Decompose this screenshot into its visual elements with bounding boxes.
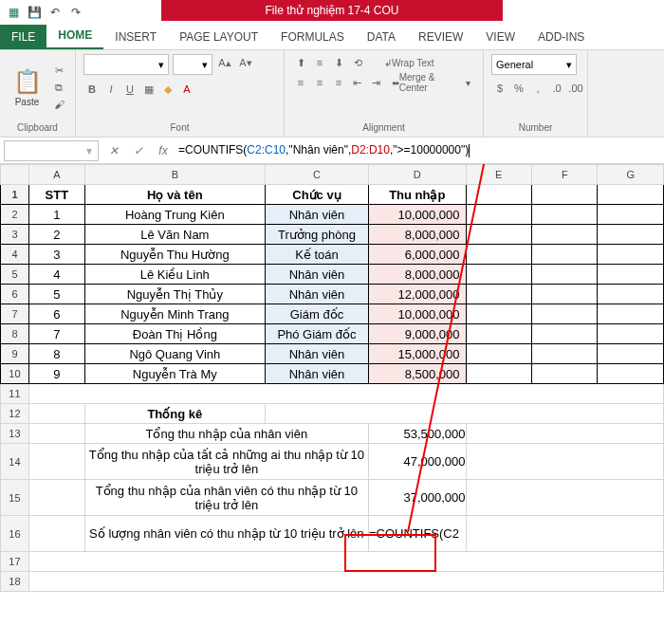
clipboard-icon: 📋 <box>13 68 42 95</box>
tab-insert[interactable]: INSERT <box>103 25 168 49</box>
cut-icon[interactable]: ✂ <box>50 62 67 79</box>
underline-icon[interactable]: U <box>121 81 138 98</box>
font-size-select[interactable]: ▾ <box>173 54 212 75</box>
svg-line-0 <box>408 164 512 532</box>
orientation-icon[interactable]: ⟲ <box>349 54 366 71</box>
enter-formula-icon[interactable]: ✓ <box>129 141 148 160</box>
format-painter-icon[interactable]: 🖌 <box>50 96 67 113</box>
tab-pagelayout[interactable]: PAGE LAYOUT <box>168 25 269 49</box>
tab-data[interactable]: DATA <box>356 25 407 49</box>
dec-decimal-icon[interactable]: .00 <box>567 80 584 97</box>
font-group-label: Font <box>83 120 276 133</box>
tab-view[interactable]: VIEW <box>474 25 526 49</box>
formula-bar-row: ▾ ✕ ✓ fx =COUNTIFS(C2:C10,"Nhân viên",D2… <box>0 138 664 164</box>
align-middle-icon[interactable]: ≡ <box>311 54 328 71</box>
font-color-icon[interactable]: A <box>178 81 195 98</box>
align-right-icon[interactable]: ≡ <box>330 74 347 91</box>
window-title: File thử nghiệm 17-4 COU <box>161 0 503 21</box>
align-left-icon[interactable]: ≡ <box>292 74 309 91</box>
grow-font-icon[interactable]: A▴ <box>216 54 233 71</box>
comma-icon[interactable]: , <box>529 80 546 97</box>
inc-decimal-icon[interactable]: .0 <box>548 80 565 97</box>
name-box[interactable]: ▾ <box>4 140 99 161</box>
tab-formulas[interactable]: FORMULAS <box>269 25 356 49</box>
tab-review[interactable]: REVIEW <box>407 25 474 49</box>
redo-icon[interactable]: ↷ <box>67 4 84 21</box>
fill-color-icon[interactable]: ◆ <box>159 81 176 98</box>
number-format-select[interactable]: General▾ <box>491 54 577 75</box>
tab-file[interactable]: FILE <box>0 25 46 49</box>
align-top-icon[interactable]: ⬆ <box>292 54 309 71</box>
fx-icon[interactable]: fx <box>154 141 173 160</box>
copy-icon[interactable]: ⧉ <box>50 79 67 96</box>
undo-icon[interactable]: ↶ <box>46 4 64 21</box>
indent-inc-icon[interactable]: ⇥ <box>368 74 385 91</box>
clipboard-group-label: Clipboard <box>8 120 67 133</box>
ribbon: 📋 Paste ✂ ⧉ 🖌 Clipboard ▾ ▾ A▴ A▾ B I U <box>0 50 664 138</box>
bold-icon[interactable]: B <box>83 81 101 98</box>
annotation-arrow <box>0 164 664 638</box>
italic-icon[interactable]: I <box>102 81 120 98</box>
alignment-group-label: Alignment <box>292 120 475 133</box>
currency-icon[interactable]: $ <box>491 80 508 97</box>
paste-label: Paste <box>15 97 40 107</box>
tab-home[interactable]: HOME <box>46 23 103 49</box>
number-group-label: Number <box>491 120 580 133</box>
excel-icon: ▦ <box>5 4 22 21</box>
shrink-font-icon[interactable]: A▾ <box>237 54 254 71</box>
align-center-icon[interactable]: ≡ <box>311 74 328 91</box>
ribbon-tabs: FILE HOME INSERT PAGE LAYOUT FORMULAS DA… <box>0 24 664 50</box>
font-family-select[interactable]: ▾ <box>83 54 169 75</box>
paste-button[interactable]: 📋 Paste <box>8 68 46 107</box>
save-icon[interactable]: 💾 <box>26 4 43 21</box>
borders-icon[interactable]: ▦ <box>140 81 157 98</box>
indent-dec-icon[interactable]: ⇤ <box>349 74 366 91</box>
worksheet-grid[interactable]: A B C D E F G 1 STT Họ và tên Chức vụ Th… <box>0 164 664 592</box>
align-bottom-icon[interactable]: ⬇ <box>330 54 347 71</box>
cancel-formula-icon[interactable]: ✕ <box>104 141 123 160</box>
percent-icon[interactable]: % <box>510 80 527 97</box>
merge-center-button[interactable]: ⬌ Merge & Center ▾ <box>387 74 475 91</box>
formula-bar[interactable]: =COUNTIFS(C2:C10,"Nhân viên",D2:D10,">=1… <box>178 143 470 157</box>
tab-addins[interactable]: ADD-INS <box>526 25 596 49</box>
wrap-text-button[interactable]: ↲ Wrap Text <box>379 54 439 71</box>
